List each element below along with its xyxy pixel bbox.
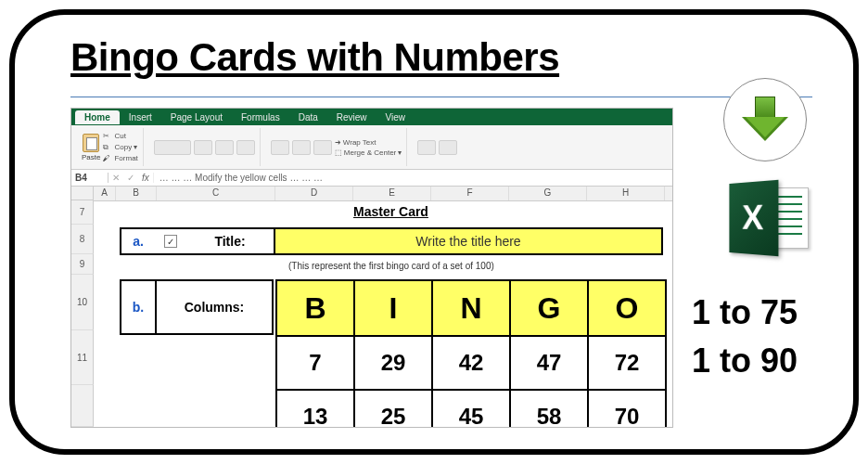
ribbon-tabs: Home Insert Page Layout Formulas Data Re…: [71, 109, 672, 125]
bingo-cell[interactable]: 70: [588, 390, 666, 428]
paste-icon: [83, 134, 99, 152]
col-header-e[interactable]: E: [353, 187, 431, 200]
tab-data[interactable]: Data: [289, 110, 327, 124]
copy-icon: ⧉: [103, 143, 112, 152]
wrap-label: Wrap Text: [343, 138, 377, 147]
paste-button[interactable]: Paste: [82, 134, 100, 161]
bingo-cell[interactable]: 29: [354, 336, 432, 390]
bingo-cell[interactable]: 13: [276, 390, 354, 428]
formula-bar: B4 ✕ ✓ fx … … … Modify the yellow cells …: [71, 170, 672, 187]
merge-center-button[interactable]: ⬚ Merge & Center ▾: [335, 148, 402, 157]
merge-label: Merge & Center: [344, 148, 396, 157]
col-header-d[interactable]: D: [275, 187, 353, 200]
master-card-heading: Master Card: [353, 204, 428, 219]
name-box[interactable]: B4: [71, 173, 108, 183]
row-header-8[interactable]: 8: [71, 225, 94, 254]
scissors-icon: ✂: [103, 132, 112, 141]
tab-formulas[interactable]: Formulas: [232, 110, 289, 124]
card-frame: Bingo Cards with Numbers Home Insert Pag…: [9, 9, 859, 455]
excel-book-icon: X: [729, 180, 778, 256]
bingo-row-2: 13 25 45 58 70: [276, 390, 666, 428]
bold-button[interactable]: [215, 140, 234, 155]
page-title: Bingo Cards with Numbers: [70, 35, 559, 80]
column-headers: A B C D E F G H: [94, 187, 672, 201]
ribbon-body: Paste ✂Cut ⧉Copy ▾ 🖌Format ➜ Wra: [71, 125, 672, 170]
col-header-f[interactable]: F: [431, 187, 509, 200]
formula-input[interactable]: … … … Modify the yellow cells … … …: [154, 173, 328, 183]
excel-x-letter: X: [742, 198, 763, 238]
bingo-head-o[interactable]: O: [588, 280, 666, 336]
bingo-cell[interactable]: 58: [510, 390, 588, 428]
col-header-h[interactable]: H: [587, 187, 665, 200]
row-header-extra[interactable]: [71, 385, 94, 427]
fx-label[interactable]: fx: [138, 173, 154, 183]
tab-insert[interactable]: Insert: [120, 110, 161, 124]
tab-review[interactable]: Review: [327, 110, 377, 124]
download-arrow-icon: [742, 97, 788, 143]
grid-area: 7 8 9 10 11 A B C D E F G H: [71, 187, 672, 427]
title-label-cell: Title:: [186, 227, 274, 255]
excel-file-icon[interactable]: X: [727, 182, 809, 254]
copy-label: Copy: [114, 143, 132, 151]
number-group: [413, 128, 462, 166]
formula-confirm-icon[interactable]: ✓: [123, 173, 138, 183]
row-header-11[interactable]: 11: [71, 330, 94, 386]
format-button[interactable]: 🖌Format: [103, 154, 137, 163]
tab-page-layout[interactable]: Page Layout: [161, 110, 232, 124]
select-all-corner[interactable]: [71, 187, 94, 200]
cells: A B C D E F G H Master Card a. ✓: [94, 187, 672, 427]
divider: [70, 97, 812, 97]
cut-button[interactable]: ✂Cut: [103, 132, 137, 141]
bingo-cell[interactable]: 72: [588, 336, 666, 390]
percent-button[interactable]: [439, 140, 457, 155]
align-right[interactable]: [313, 140, 332, 155]
row-header-7[interactable]: 7: [71, 200, 94, 225]
paste-label: Paste: [82, 153, 100, 161]
bingo-head-g[interactable]: G: [510, 280, 588, 336]
columns-label-cell: Columns:: [157, 279, 274, 335]
currency-button[interactable]: [417, 140, 436, 155]
title-row: a. ✓ Title: Write the title here: [120, 227, 663, 255]
col-header-a[interactable]: A: [94, 187, 116, 200]
col-header-b[interactable]: B: [116, 187, 157, 200]
range-1-to-75: 1 to 75: [692, 293, 798, 332]
formula-cancel-icon[interactable]: ✕: [108, 173, 123, 183]
bingo-cell[interactable]: 7: [276, 336, 354, 390]
tab-home[interactable]: Home: [75, 110, 120, 124]
bingo-cell[interactable]: 47: [510, 336, 588, 390]
col-header-c[interactable]: C: [157, 187, 275, 200]
checkbox-cell[interactable]: ✓: [155, 227, 186, 255]
italic-button[interactable]: [236, 140, 255, 155]
bingo-cell[interactable]: 45: [432, 390, 510, 428]
title-value-cell[interactable]: Write the title here: [274, 227, 663, 255]
font-group: [149, 128, 261, 166]
bingo-head-b[interactable]: B: [276, 280, 354, 336]
download-badge[interactable]: [723, 78, 807, 161]
font-size[interactable]: [194, 140, 212, 155]
wrap-text-button[interactable]: ➜ Wrap Text: [335, 138, 402, 147]
bingo-head-i[interactable]: I: [354, 280, 432, 336]
row-header-9[interactable]: 9: [71, 254, 94, 275]
font-name[interactable]: [154, 140, 191, 155]
align-group: ➜ Wrap Text ⬚ Merge & Center ▾: [266, 128, 407, 166]
step-b-label: b.: [120, 279, 157, 335]
cut-label: Cut: [114, 132, 125, 140]
copy-button[interactable]: ⧉Copy ▾: [103, 143, 137, 152]
tab-view[interactable]: View: [377, 110, 415, 124]
range-1-to-90: 1 to 90: [692, 342, 798, 380]
checkbox-icon[interactable]: ✓: [164, 235, 177, 248]
bingo-cell[interactable]: 25: [354, 390, 432, 428]
excel-screenshot: Home Insert Page Layout Formulas Data Re…: [70, 108, 673, 428]
clipboard-group: Paste ✂Cut ⧉Copy ▾ 🖌Format: [77, 128, 144, 166]
col-header-g[interactable]: G: [509, 187, 587, 200]
bingo-header-row: B I N G O: [276, 280, 666, 336]
bingo-head-n[interactable]: N: [432, 280, 510, 336]
bingo-row-1: 7 29 42 47 72: [276, 336, 666, 390]
align-center[interactable]: [292, 140, 311, 155]
bingo-table: B I N G O 7 29 42 47 72: [275, 279, 667, 428]
subnote: (This represent the first bingo card of …: [288, 261, 494, 271]
format-label: Format: [114, 154, 137, 162]
bingo-cell[interactable]: 42: [432, 336, 510, 390]
align-left[interactable]: [271, 140, 289, 155]
row-header-10[interactable]: 10: [71, 275, 94, 330]
